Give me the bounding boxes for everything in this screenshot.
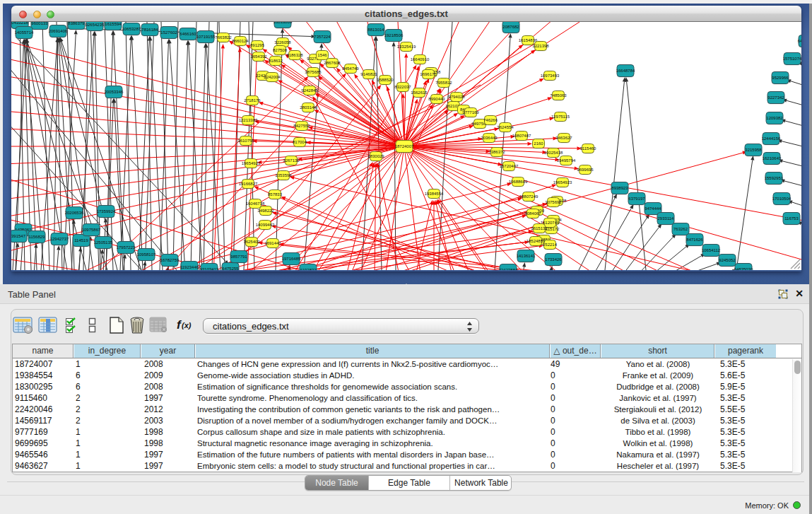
svg-text:9245052: 9245052 [719, 258, 736, 262]
svg-text:13495794: 13495794 [557, 158, 576, 163]
svg-text:6475255: 6475255 [222, 267, 239, 270]
svg-text:17957223: 17957223 [117, 245, 136, 250]
svg-text:3875685: 3875685 [305, 70, 322, 74]
svg-text:64835030: 64835030 [734, 267, 753, 270]
svg-text:9115460: 9115460 [580, 146, 597, 151]
svg-text:18724007: 18724007 [395, 144, 414, 148]
svg-text:857833: 857833 [268, 192, 283, 197]
svg-text:3267130: 3267130 [283, 158, 300, 163]
svg-text:12505135: 12505135 [94, 240, 113, 245]
svg-text:1696175: 1696175 [420, 72, 437, 76]
svg-text:16640910: 16640910 [411, 57, 430, 62]
svg-text:827508: 827508 [273, 48, 288, 52]
svg-text:64139537: 64139537 [798, 39, 801, 43]
svg-text:19654923: 19654923 [242, 161, 261, 165]
svg-text:8427552: 8427552 [293, 124, 310, 128]
svg-text:3498222: 3498222 [257, 209, 274, 213]
svg-text:72423884: 72423884 [499, 268, 518, 270]
svg-text:14099463: 14099463 [256, 223, 275, 227]
svg-text:1691447: 1691447 [264, 241, 281, 245]
svg-text:7663822: 7663822 [215, 35, 232, 40]
svg-text:17010504: 17010504 [772, 197, 792, 201]
svg-text:2160: 2160 [534, 141, 543, 146]
svg-text:20053346: 20053346 [105, 90, 124, 94]
svg-text:1610755: 1610755 [237, 139, 254, 143]
svg-text:1562615: 1562615 [411, 90, 428, 95]
svg-text:763262: 763262 [673, 227, 688, 231]
svg-text:1527602: 1527602 [160, 30, 177, 35]
svg-text:18524851: 18524851 [526, 239, 546, 243]
svg-text:10807487: 10807487 [512, 134, 531, 138]
svg-text:9146821: 9146821 [360, 72, 377, 76]
svg-text:20691406: 20691406 [49, 29, 68, 33]
svg-text:8386379: 8386379 [68, 22, 85, 25]
svg-text:891295: 891295 [250, 43, 265, 47]
svg-text:15592951: 15592951 [765, 176, 784, 180]
svg-text:11923446: 11923446 [180, 265, 199, 269]
svg-text:12942737: 12942737 [50, 237, 69, 241]
svg-text:9474444: 9474444 [645, 206, 661, 211]
svg-text:8990443: 8990443 [428, 97, 445, 101]
svg-text:7386372: 7386372 [488, 150, 505, 154]
svg-text:9794028: 9794028 [448, 95, 465, 99]
svg-text:10719155: 10719155 [196, 35, 216, 39]
svg-text:7955812: 7955812 [435, 81, 452, 85]
svg-text:14055714: 14055714 [15, 30, 34, 35]
svg-text:9529966: 9529966 [772, 76, 789, 80]
svg-text:1546: 1546 [317, 53, 327, 57]
svg-text:1209382: 1209382 [766, 116, 783, 120]
svg-text:15751074: 15751074 [783, 57, 801, 61]
svg-text:17359924: 17359924 [97, 209, 116, 214]
svg-text:3215958: 3215958 [745, 148, 762, 152]
svg-text:1615132: 1615132 [531, 226, 548, 230]
svg-text:16782759: 16782759 [160, 258, 180, 262]
svg-text:2933114: 2933114 [658, 216, 675, 221]
svg-text:7625402: 7625402 [243, 240, 260, 244]
svg-text:20206536: 20206536 [65, 211, 84, 215]
svg-text:2803144: 2803144 [300, 105, 317, 110]
svg-text:1830029: 1830029 [367, 154, 384, 158]
svg-text:8322037: 8322037 [394, 85, 411, 89]
svg-text:12444156: 12444156 [762, 136, 781, 141]
svg-text:12975115: 12975115 [551, 115, 570, 119]
svg-text:1588520: 1588520 [377, 78, 394, 82]
svg-text:2718176: 2718176 [244, 98, 261, 103]
svg-text:391547: 391547 [11, 234, 26, 238]
svg-text:15720407: 15720407 [500, 164, 519, 168]
svg-text:2087682: 2087682 [502, 25, 519, 29]
svg-text:9777169: 9777169 [462, 110, 479, 115]
svg-text:8186328: 8186328 [286, 53, 303, 57]
svg-text:19716485: 19716485 [282, 257, 301, 261]
svg-text:19654923: 19654923 [553, 180, 572, 185]
svg-text:1156829: 1156829 [29, 235, 46, 239]
svg-text:18807249: 18807249 [519, 194, 539, 199]
svg-text:818632: 818632 [269, 59, 283, 63]
svg-text:14136141: 14136141 [517, 254, 536, 258]
svg-text:8454749: 8454749 [342, 66, 359, 71]
svg-text:12213383: 12213383 [239, 118, 258, 122]
svg-text:02654235: 02654235 [86, 23, 105, 27]
svg-text:1733426: 1733426 [545, 257, 562, 262]
svg-text:10688609: 10688609 [509, 180, 528, 184]
svg-text:9699695: 9699695 [577, 168, 594, 172]
svg-text:114519: 114519 [74, 238, 88, 243]
svg-text:10973493: 10973493 [541, 74, 560, 78]
svg-text:16648784: 16648784 [616, 69, 635, 73]
svg-text:0433218: 0433218 [11, 22, 28, 25]
svg-text:116753: 116753 [784, 216, 799, 221]
svg-text:8938923: 8938923 [611, 186, 628, 190]
svg-text:1615594: 1615594 [105, 22, 122, 26]
svg-text:16033809: 16033809 [273, 22, 293, 24]
svg-text:7485063: 7485063 [550, 93, 567, 98]
svg-text:8813014: 8813014 [367, 28, 384, 32]
svg-text:1353594: 1353594 [275, 173, 292, 177]
svg-text:19218506: 19218506 [384, 33, 404, 37]
svg-text:817004: 817004 [293, 140, 307, 144]
svg-text:(x): (x) [182, 321, 192, 329]
svg-text:10975867: 10975867 [82, 228, 101, 232]
svg-text:3624554: 3624554 [497, 125, 514, 129]
svg-text:1221398: 1221398 [532, 44, 549, 48]
svg-text:19384554: 19384554 [425, 192, 444, 196]
svg-text:8471626: 8471626 [686, 238, 703, 242]
svg-text:2867608: 2867608 [324, 61, 341, 65]
